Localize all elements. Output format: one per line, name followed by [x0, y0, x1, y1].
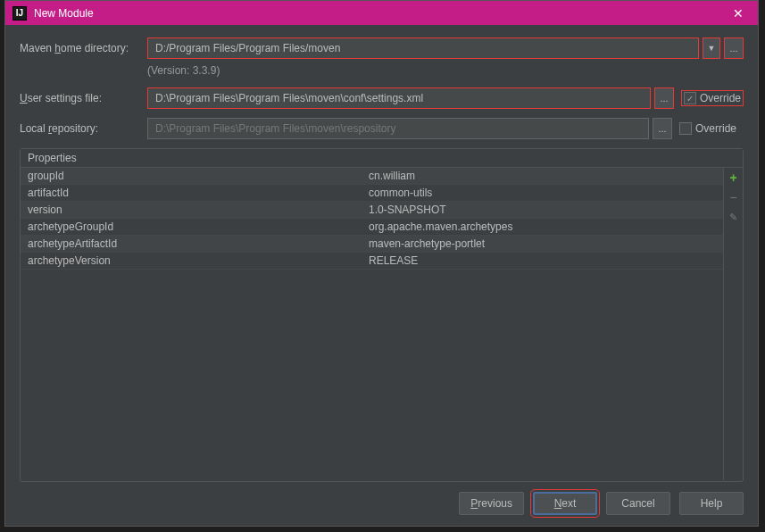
properties-body: groupId cn.william artifactId common-uti… [21, 168, 743, 480]
prop-name: version [21, 204, 369, 216]
add-icon[interactable]: + [728, 171, 740, 184]
prop-name: archetypeArtifactId [21, 237, 369, 250]
user-settings-override-checkbox[interactable]: ✓ [684, 92, 696, 104]
remove-icon[interactable]: − [728, 191, 740, 204]
user-settings-wrap: D:\Program Files\Program Files\moven\con… [147, 87, 674, 109]
cancel-button[interactable]: Cancel [606, 492, 670, 515]
properties-table: groupId cn.william artifactId common-uti… [21, 168, 723, 480]
prop-value: 1.0-SNAPSHOT [369, 204, 723, 216]
properties-panel: Properties groupId cn.william artifactId… [20, 148, 744, 482]
table-row[interactable]: archetypeGroupId org.apache.maven.archet… [21, 219, 723, 236]
app-icon: IJ [12, 6, 27, 21]
table-row[interactable]: archetypeArtifactId maven-archetype-port… [21, 236, 723, 253]
titlebar-title: New Module [34, 7, 726, 20]
local-repo-wrap: D:\Program Files\Program Files\moven\res… [147, 118, 672, 139]
maven-home-dropdown-icon[interactable]: ▼ [703, 37, 720, 59]
titlebar[interactable]: IJ New Module ✕ [5, 1, 758, 25]
maven-home-input[interactable]: D:/Program Files/Program Files/moven [147, 37, 699, 59]
prop-value: RELEASE [369, 254, 723, 267]
edit-icon[interactable]: ✎ [728, 211, 740, 223]
user-settings-input[interactable]: D:\Program Files\Program Files\moven\con… [147, 87, 651, 109]
local-repo-row: Local repository: D:\Program Files\Progr… [20, 118, 744, 139]
prop-value: maven-archetype-portlet [369, 237, 723, 250]
local-repo-label: Local repository: [20, 122, 140, 135]
local-repo-override-label: Override [695, 122, 736, 135]
local-repo-input: D:\Program Files\Program Files\moven\res… [147, 118, 649, 139]
help-button[interactable]: Help [679, 492, 744, 515]
button-bar: Previous Next Cancel Help [459, 492, 744, 515]
table-row[interactable]: artifactId common-utils [21, 185, 723, 202]
prop-name: groupId [21, 170, 369, 182]
prop-value: common-utils [369, 187, 723, 199]
local-repo-browse-button[interactable]: ... [653, 118, 672, 139]
table-row[interactable]: archetypeVersion RELEASE [21, 253, 723, 270]
maven-home-row: Maven home directory: D:/Program Files/P… [20, 37, 744, 59]
next-button[interactable]: Next [533, 492, 597, 515]
user-settings-row: User settings file: D:\Program Files\Pro… [20, 87, 744, 109]
maven-home-browse-button[interactable]: ... [724, 37, 744, 59]
maven-version-text: (Version: 3.3.9) [147, 64, 744, 77]
dialog-window: IJ New Module ✕ Maven home directory: D:… [4, 0, 759, 527]
user-settings-override-label: Override [700, 92, 741, 104]
prop-name: archetypeGroupId [21, 220, 369, 233]
local-repo-override-wrap: Override [679, 122, 744, 135]
maven-home-combo-wrap: D:/Program Files/Program Files/moven ▼ .… [147, 37, 744, 59]
prop-value: org.apache.maven.archetypes [369, 220, 723, 233]
properties-title: Properties [21, 149, 743, 168]
local-repo-override-checkbox[interactable] [679, 122, 692, 135]
prop-name: artifactId [21, 187, 369, 199]
user-settings-label: User settings file: [20, 92, 140, 104]
prop-value: cn.william [369, 170, 723, 182]
close-icon[interactable]: ✕ [726, 1, 751, 25]
prop-name: archetypeVersion [21, 254, 369, 267]
table-row[interactable]: groupId cn.william [21, 168, 723, 185]
previous-button[interactable]: Previous [459, 492, 524, 515]
dialog-content: Maven home directory: D:/Program Files/P… [5, 25, 758, 489]
user-settings-override-wrap: ✓ Override [681, 90, 744, 106]
table-row[interactable]: version 1.0-SNAPSHOT [21, 202, 723, 219]
user-settings-browse-button[interactable]: ... [654, 87, 674, 109]
maven-home-label: Maven home directory: [20, 42, 140, 54]
properties-toolbar: + − ✎ [723, 168, 743, 480]
